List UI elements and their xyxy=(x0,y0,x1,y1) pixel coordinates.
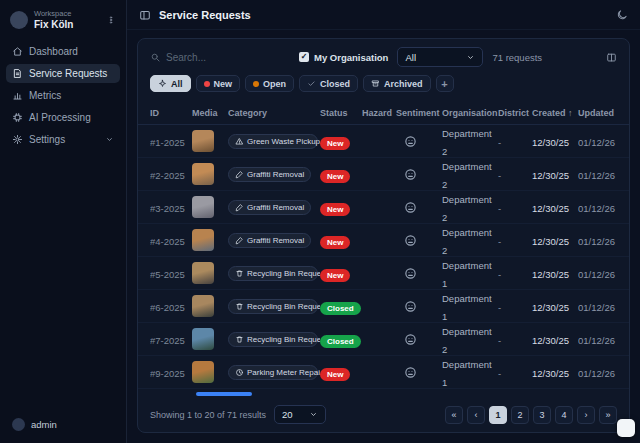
column-header-created[interactable]: Created ↑ xyxy=(532,108,578,118)
widget-button[interactable] xyxy=(617,419,635,437)
table-row[interactable]: #7-2025Recycling Bin RequestClosedDepart… xyxy=(138,323,629,356)
sidebar-item-label: AI Processing xyxy=(29,112,91,123)
sidebar-item-metrics[interactable]: Metrics xyxy=(6,86,120,105)
row-id: #1-2025 xyxy=(150,132,192,150)
trash-icon xyxy=(235,335,244,344)
media-thumbnail[interactable] xyxy=(192,262,214,284)
row-district: - xyxy=(498,363,532,381)
columns-icon[interactable] xyxy=(606,52,617,63)
column-header-sentiment[interactable]: Sentiment xyxy=(396,108,442,118)
row-created: 12/30/25 xyxy=(532,297,578,315)
page-4-button[interactable]: 4 xyxy=(555,406,573,424)
row-media xyxy=(192,196,228,218)
organisation-filter-select[interactable]: All xyxy=(397,47,483,67)
page-3-button[interactable]: 3 xyxy=(533,406,551,424)
column-header-hazard[interactable]: Hazard xyxy=(362,108,396,118)
first-page-button[interactable]: « xyxy=(445,406,463,424)
row-sentiment xyxy=(396,366,442,379)
sentiment-neutral-icon xyxy=(404,135,417,148)
scrollbar-thumb[interactable] xyxy=(196,392,252,396)
filter-chip-archived[interactable]: Archived xyxy=(363,75,431,92)
row-media xyxy=(192,295,228,317)
page-size-select[interactable]: 20 xyxy=(274,405,326,424)
column-header-district[interactable]: District xyxy=(498,108,532,118)
category-chip: Recycling Bin Request xyxy=(228,266,318,281)
requests-card: ✓ My Organisation All 71 requests AllNew… xyxy=(137,38,630,433)
column-header-organisation[interactable]: Organisation xyxy=(442,108,498,118)
filter-chip-label: All xyxy=(171,79,183,89)
table-row[interactable]: #2-2025Graffiti RemovalNewDepartment 2-1… xyxy=(138,158,629,191)
panel-left-icon[interactable] xyxy=(139,9,151,21)
media-thumbnail[interactable] xyxy=(192,163,214,185)
column-header-category[interactable]: Category xyxy=(228,108,320,118)
status-badge: New xyxy=(320,203,350,216)
sparkle-icon xyxy=(158,79,167,88)
sentiment-neutral-icon xyxy=(404,300,417,313)
filter-chip-all[interactable]: All xyxy=(150,75,191,92)
table-header: IDMediaCategoryStatusHazardSentimentOrga… xyxy=(138,101,629,125)
table-toolbar: ✓ My Organisation All 71 requests xyxy=(138,39,629,72)
workspace-switcher[interactable]: Workspace Fix Köln xyxy=(6,8,120,42)
filter-chip-closed[interactable]: Closed xyxy=(299,75,358,92)
row-sentiment xyxy=(396,300,442,313)
column-header-id[interactable]: ID xyxy=(150,108,192,118)
row-sentiment xyxy=(396,267,442,280)
table-row[interactable]: #6-2025Recycling Bin RequestClosedDepart… xyxy=(138,290,629,323)
media-thumbnail[interactable] xyxy=(192,295,214,317)
table-row[interactable]: #9-2025Parking Meter RepairNewDepartment… xyxy=(138,356,629,389)
status-badge: Closed xyxy=(320,302,361,315)
filter-chip-open[interactable]: Open xyxy=(245,75,294,92)
row-organisation: Department 1 xyxy=(442,354,498,390)
add-filter-button[interactable]: + xyxy=(436,75,454,92)
row-created: 12/30/25 xyxy=(532,231,578,249)
table-row[interactable]: #5-2025Recycling Bin RequestNewDepartmen… xyxy=(138,257,629,290)
page-1-button[interactable]: 1 xyxy=(489,406,507,424)
page-2-button[interactable]: 2 xyxy=(511,406,529,424)
row-sentiment xyxy=(396,135,442,148)
row-updated: 01/12/26 xyxy=(578,264,618,282)
media-thumbnail[interactable] xyxy=(192,196,214,218)
content: ✓ My Organisation All 71 requests AllNew… xyxy=(127,30,640,443)
row-status: New xyxy=(320,264,362,282)
table-row[interactable]: #3-2025Graffiti RemovalNewDepartment 2-1… xyxy=(138,191,629,224)
media-thumbnail[interactable] xyxy=(192,229,214,251)
table-row[interactable]: #4-2025Graffiti RemovalNewDepartment 2-1… xyxy=(138,224,629,257)
column-header-media[interactable]: Media xyxy=(192,108,228,118)
sidebar-item-settings[interactable]: Settings xyxy=(6,130,120,149)
last-page-button[interactable]: » xyxy=(599,406,617,424)
sidebar: Workspace Fix Köln DashboardService Requ… xyxy=(0,0,127,443)
table-row[interactable]: #1-2025Green Waste PickupNewDepartment 2… xyxy=(138,125,629,158)
chevron-down-icon xyxy=(309,410,318,419)
sidebar-item-service-requests[interactable]: Service Requests xyxy=(6,64,120,83)
file-text-icon xyxy=(12,68,23,79)
row-media xyxy=(192,130,228,152)
search-input[interactable] xyxy=(166,52,271,63)
row-status: New xyxy=(320,231,362,249)
next-page-button[interactable]: › xyxy=(577,406,595,424)
status-badge: Closed xyxy=(320,335,361,348)
request-count: 71 requests xyxy=(492,52,542,63)
row-created: 12/30/25 xyxy=(532,363,578,381)
sentiment-neutral-icon xyxy=(404,168,417,181)
workspace-menu-icon[interactable] xyxy=(106,15,116,25)
column-header-status[interactable]: Status xyxy=(320,108,362,118)
filter-chip-new[interactable]: New xyxy=(196,75,241,92)
topbar: Service Requests xyxy=(127,0,640,30)
media-thumbnail[interactable] xyxy=(192,361,214,383)
column-header-updated[interactable]: Updated xyxy=(578,108,618,118)
media-thumbnail[interactable] xyxy=(192,328,214,350)
row-district: - xyxy=(498,264,532,282)
prev-page-button[interactable]: ‹ xyxy=(467,406,485,424)
sidebar-item-dashboard[interactable]: Dashboard xyxy=(6,42,120,61)
sidebar-item-ai-processing[interactable]: AI Processing xyxy=(6,108,120,127)
my-organisation-checkbox[interactable]: ✓ My Organisation xyxy=(299,52,388,63)
theme-toggle-icon[interactable] xyxy=(616,9,628,21)
row-category: Parking Meter Repair xyxy=(228,363,320,381)
pagination: «‹1234›» xyxy=(445,406,617,424)
row-category: Recycling Bin Request xyxy=(228,330,320,348)
row-organisation: Department 2 xyxy=(442,321,498,357)
media-thumbnail[interactable] xyxy=(192,130,214,152)
sentiment-neutral-icon xyxy=(404,333,417,346)
user-menu[interactable]: admin xyxy=(6,414,120,435)
row-updated: 01/12/26 xyxy=(578,132,618,150)
